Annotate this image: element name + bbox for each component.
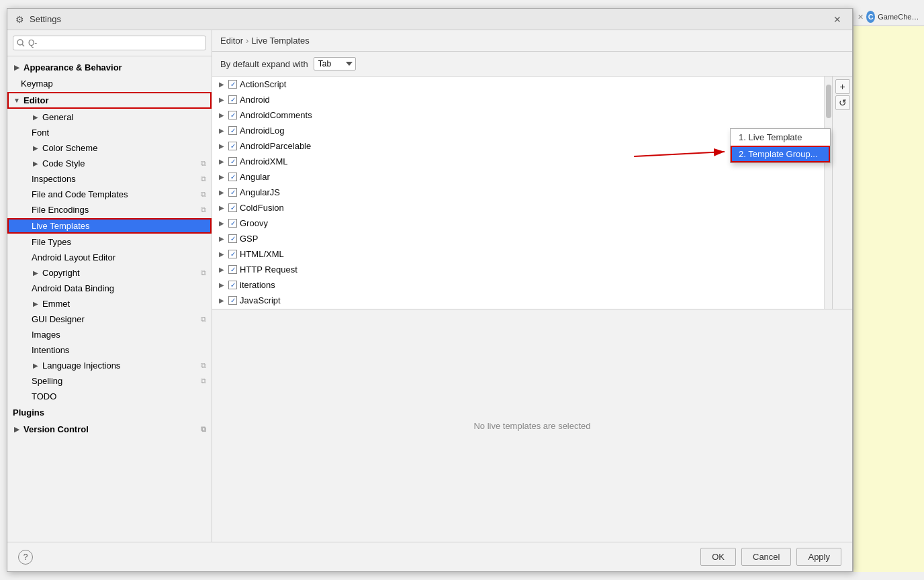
close-button[interactable]: ✕: [831, 13, 844, 26]
popup-item-template-group[interactable]: 2. Template Group...: [731, 146, 830, 162]
sidebar-item-android-data-binding[interactable]: Android Data Binding: [7, 281, 212, 296]
checkbox-angularjs[interactable]: [228, 188, 237, 197]
arrow-icon: ▶: [218, 96, 226, 103]
right-content: [853, 26, 924, 572]
checkbox-android[interactable]: [228, 95, 237, 104]
sidebar-item-language-injections[interactable]: ▶ Language Injections ⧉: [7, 358, 212, 373]
group-name: JavaScript: [240, 295, 281, 305]
sidebar-item-label: GUI Designer: [32, 314, 85, 324]
sidebar-item-label: File and Code Templates: [32, 189, 128, 199]
sidebar-item-appearance[interactable]: ▶ Appearance & Behavior: [7, 59, 212, 76]
sidebar: ▶ Appearance & Behavior Keymap ▼ Editor …: [7, 30, 212, 542]
scrollbar-thumb[interactable]: [826, 85, 831, 118]
arrow-icon: ▶: [32, 144, 40, 152]
action-panel: + ↺: [832, 77, 852, 309]
checkbox-groovy[interactable]: [228, 219, 237, 228]
arrow-icon: ▶: [218, 173, 226, 181]
sidebar-item-editor[interactable]: ▼ Editor: [7, 92, 212, 109]
template-group-groovy[interactable]: ▶ Groovy: [212, 215, 824, 231]
template-group-gsp[interactable]: ▶ GSP: [212, 231, 824, 246]
arrow-icon: ▶: [32, 269, 40, 277]
template-group-iterations[interactable]: ▶ iterations: [212, 277, 824, 293]
sidebar-item-images[interactable]: Images: [7, 327, 212, 342]
checkbox-javascript[interactable]: [228, 296, 237, 305]
sidebar-item-gui-designer[interactable]: GUI Designer ⧉: [7, 311, 212, 327]
template-group-coldfusion[interactable]: ▶ ColdFusion: [212, 200, 824, 215]
undo-button[interactable]: ↺: [835, 95, 850, 110]
checkbox-gsp[interactable]: [228, 234, 237, 243]
sidebar-item-inspections[interactable]: Inspections ⧉: [7, 171, 212, 187]
sidebar-item-label: Android Data Binding: [32, 283, 114, 293]
sidebar-item-intentions[interactable]: Intentions: [7, 342, 212, 358]
sidebar-item-font[interactable]: Font: [7, 125, 212, 140]
popup-item-live-template[interactable]: 1. Live Template: [731, 129, 830, 146]
settings-dialog: ⚙ Settings ✕ ▶ Appearance & Behavior Key…: [7, 8, 853, 572]
sidebar-item-todo[interactable]: TODO: [7, 389, 212, 404]
sidebar-item-version-control[interactable]: ▶ Version Control ⧉: [7, 421, 212, 438]
template-group-htmlxml[interactable]: ▶ HTML/XML: [212, 246, 824, 262]
sidebar-item-label: File Encodings: [32, 205, 89, 215]
template-group-angular[interactable]: ▶ Angular: [212, 169, 824, 185]
sidebar-item-file-encodings[interactable]: File Encodings ⧉: [7, 202, 212, 218]
sidebar-item-file-types[interactable]: File Types: [7, 234, 212, 250]
cancel-button[interactable]: Cancel: [741, 548, 791, 566]
help-button[interactable]: ?: [18, 550, 33, 565]
checkbox-htmlxml[interactable]: [228, 250, 237, 258]
checkbox-actionscript[interactable]: [228, 80, 237, 89]
sidebar-item-label: Code Style: [42, 158, 85, 168]
checkbox-androidcomments[interactable]: [228, 111, 237, 119]
vertical-scrollbar[interactable]: [824, 77, 832, 309]
sidebar-item-android-layout-editor[interactable]: Android Layout Editor: [7, 250, 212, 265]
sidebar-item-keymap[interactable]: Keymap: [7, 76, 212, 91]
sidebar-item-label: Plugins: [13, 407, 44, 418]
checkbox-androidparcelable[interactable]: [228, 142, 237, 150]
apply-button[interactable]: Apply: [796, 548, 841, 566]
group-name: Groovy: [240, 218, 268, 228]
template-group-httprequest[interactable]: ▶ HTTP Request: [212, 262, 824, 277]
sidebar-item-spelling[interactable]: Spelling ⧉: [7, 373, 212, 389]
template-group-javascript[interactable]: ▶ JavaScript: [212, 293, 824, 308]
template-group-actionscript[interactable]: ▶ ActionScript: [212, 77, 824, 92]
dialog-title: Settings: [30, 14, 61, 24]
arrow-icon: ▶: [218, 220, 226, 227]
expand-dropdown[interactable]: Tab Enter Space: [314, 57, 356, 70]
sidebar-item-label: Version Control: [24, 424, 89, 434]
copy-icon: ⧉: [201, 425, 206, 434]
checkbox-coldfusion[interactable]: [228, 203, 237, 212]
checkbox-iterations[interactable]: [228, 281, 237, 289]
template-group-angularjs[interactable]: ▶ AngularJS: [212, 185, 824, 200]
sidebar-item-general[interactable]: ▶ General: [7, 109, 212, 125]
dialog-body: ▶ Appearance & Behavior Keymap ▼ Editor …: [7, 30, 852, 542]
popup-menu: 1. Live Template 2. Template Group...: [730, 128, 831, 163]
checkbox-androidxml[interactable]: [228, 157, 237, 166]
search-box: [7, 30, 212, 56]
checkbox-httprequest[interactable]: [228, 265, 237, 274]
sidebar-item-label: Editor: [24, 95, 49, 105]
popup-item-label: 2. Template Group...: [739, 149, 818, 159]
group-name: iterations: [240, 280, 275, 290]
sidebar-item-live-templates[interactable]: Live Templates: [7, 218, 212, 234]
add-button[interactable]: +: [835, 79, 850, 94]
sidebar-item-label: Spelling: [32, 376, 62, 386]
sidebar-item-code-style[interactable]: ▶ Code Style ⧉: [7, 156, 212, 171]
sidebar-item-label: Live Templates: [32, 221, 89, 231]
sidebar-item-file-code-templates[interactable]: File and Code Templates ⧉: [7, 187, 212, 202]
breadcrumb-editor: Editor: [220, 36, 243, 46]
tab-close-button[interactable]: ✕: [858, 13, 864, 21]
search-input[interactable]: [13, 36, 206, 50]
sidebar-item-label: Font: [32, 128, 49, 138]
sidebar-item-plugins[interactable]: Plugins: [7, 404, 212, 421]
sidebar-item-copyright[interactable]: ▶ Copyright ⧉: [7, 265, 212, 281]
template-group-androidcomments[interactable]: ▶ AndroidComments: [212, 107, 824, 123]
sidebar-item-label: Emmet: [42, 299, 70, 309]
sidebar-item-emmet[interactable]: ▶ Emmet: [7, 296, 212, 311]
copy-icon: ⧉: [201, 205, 206, 214]
ok-button[interactable]: OK: [700, 548, 736, 566]
sidebar-item-color-scheme[interactable]: ▶ Color Scheme: [7, 140, 212, 156]
tab-favicon: C: [866, 11, 875, 23]
group-name: GSP: [240, 234, 258, 244]
checkbox-angular[interactable]: [228, 173, 237, 181]
checkbox-androidlog[interactable]: [228, 126, 237, 135]
arrow-icon: ▶: [218, 111, 226, 119]
template-group-android[interactable]: ▶ Android: [212, 92, 824, 107]
